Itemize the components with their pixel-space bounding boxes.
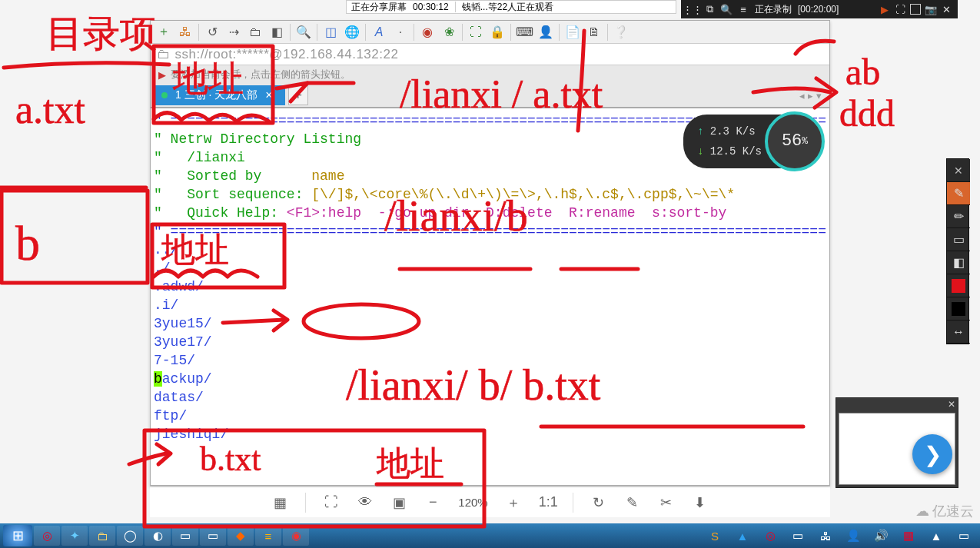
- taskbar-sublime[interactable]: ≡: [255, 526, 281, 546]
- fullscreen-icon[interactable]: ⛶: [323, 494, 340, 510]
- tray-icon-5[interactable]: 🖧: [812, 526, 839, 546]
- list-item[interactable]: 3yue15/: [154, 316, 212, 331]
- separator: [414, 24, 414, 41]
- bold-icon[interactable]: ·: [392, 24, 409, 41]
- newdoc-icon[interactable]: 📄: [564, 24, 581, 41]
- list-item[interactable]: backup/: [154, 371, 212, 387]
- taskbar-app-3[interactable]: ◐: [145, 526, 171, 546]
- start-button[interactable]: ⊞: [3, 525, 32, 546]
- list-item[interactable]: jieshiqi/: [154, 427, 228, 442]
- tab-prev-icon[interactable]: ◂: [799, 90, 805, 101]
- grip-icon[interactable]: ⋮⋮: [687, 4, 698, 15]
- help-label: " Quick Help:: [154, 205, 287, 221]
- camera-icon[interactable]: 📷: [925, 4, 936, 15]
- globe-icon[interactable]: 🌐: [344, 24, 360, 41]
- download-icon[interactable]: ⬇: [692, 494, 709, 511]
- svg-text:目录项: 目录项: [46, 13, 157, 54]
- search-icon[interactable]: 🔍: [721, 4, 732, 15]
- window-icon[interactable]: ⧉: [704, 4, 715, 15]
- search-icon[interactable]: 🔍: [295, 24, 312, 41]
- list-item[interactable]: ./: [154, 261, 171, 276]
- taskbar-app-1[interactable]: ◎: [34, 526, 60, 546]
- address-bar[interactable]: 🗀 ssh://root:******@192.168.44.132:22: [151, 44, 829, 65]
- zoom-out-icon[interactable]: −: [424, 494, 441, 510]
- share-time: 00:30:12: [413, 2, 449, 12]
- list-item[interactable]: 3yue17/: [154, 334, 212, 350]
- pen-tool-icon[interactable]: ✎: [947, 182, 970, 205]
- eraser-tool-icon[interactable]: ◧: [947, 251, 970, 274]
- net-speed-widget[interactable]: 2.3 K/s 12.5 K/s 56%: [683, 115, 822, 168]
- color-red[interactable]: [947, 274, 970, 297]
- node-icon[interactable]: ◧: [268, 24, 285, 41]
- folder-icon: 🗀: [157, 47, 171, 62]
- close-record-icon[interactable]: ✕: [941, 4, 952, 15]
- taskbar-app-2[interactable]: ✦: [61, 526, 88, 546]
- list-item[interactable]: ../: [154, 242, 178, 257]
- rect-tool-icon[interactable]: ▭: [947, 228, 970, 251]
- spiral-icon[interactable]: ◉: [419, 24, 436, 41]
- grid-icon[interactable]: ◫: [322, 24, 339, 41]
- highlighter-tool-icon[interactable]: ✏: [947, 205, 970, 228]
- tab-close-icon[interactable]: ×: [265, 88, 272, 102]
- color-black[interactable]: [947, 297, 970, 320]
- maximize-icon[interactable]: ⛶: [895, 4, 905, 15]
- taskbar-app-5[interactable]: ▭: [200, 526, 226, 546]
- menu-icon[interactable]: ≡: [738, 4, 749, 15]
- tray-icon-10[interactable]: ▭: [951, 526, 977, 546]
- tray-icon-1[interactable]: S: [702, 526, 728, 546]
- list-item[interactable]: datas/: [154, 390, 204, 405]
- actual-size-icon[interactable]: 1:1: [539, 494, 556, 510]
- flow-icon[interactable]: ⇢: [225, 24, 242, 41]
- edit-icon[interactable]: ✎: [624, 494, 641, 511]
- new-tab-button[interactable]: +: [288, 85, 308, 105]
- svg-rect-7: [2, 191, 148, 283]
- terminal-window: ＋ 🖧 ↺ ⇢ 🗀 ◧ 🔍 ◫ 🌐 A · ◉ ❀ ⛶ 🔒 ⌨ 👤 📄 🗎 ❔ …: [150, 20, 830, 486]
- link-icon[interactable]: 🖧: [177, 24, 194, 41]
- tray-icon-6[interactable]: 👤: [840, 526, 866, 546]
- new-icon[interactable]: ＋: [155, 24, 172, 41]
- copydoc-icon[interactable]: 🗎: [586, 24, 603, 41]
- person-icon[interactable]: 👤: [537, 24, 554, 41]
- taskbar-explorer[interactable]: 🗀: [89, 526, 115, 546]
- taskbar-app-7[interactable]: ◉: [283, 526, 309, 546]
- tab-next-icon[interactable]: ▸: [808, 90, 813, 101]
- lock-icon[interactable]: 🔒: [489, 24, 506, 41]
- refresh-icon[interactable]: ↺: [204, 24, 221, 41]
- list-item[interactable]: .i/: [154, 297, 178, 313]
- tab-active[interactable]: 1 三创 · 天龙八部 ×: [154, 85, 285, 105]
- expand-icon[interactable]: ⛶: [467, 24, 484, 41]
- font-icon[interactable]: A: [370, 24, 387, 41]
- tray-icon-7[interactable]: 🔊: [868, 526, 894, 546]
- list-item[interactable]: 7-15/: [154, 353, 195, 368]
- share-viewers: 钱韬...等22人正在观看: [462, 1, 553, 14]
- fit-icon[interactable]: ▣: [390, 494, 407, 511]
- grid-view-icon[interactable]: ▦: [271, 494, 288, 511]
- arrows-icon[interactable]: ↔: [947, 320, 970, 344]
- record-start-icon[interactable]: ▶: [879, 4, 890, 15]
- tray-icon-4[interactable]: ▭: [785, 526, 811, 546]
- palette-close-icon[interactable]: ✕: [947, 159, 970, 182]
- rotate-icon[interactable]: ↻: [590, 494, 607, 511]
- zoom-in-icon[interactable]: ＋: [505, 493, 522, 512]
- help-icon[interactable]: ❔: [613, 24, 630, 41]
- xunlei-icon[interactable]: ❯: [912, 434, 952, 474]
- taskbar-app-4[interactable]: ▭: [172, 526, 198, 546]
- ocr-icon[interactable]: 👁: [357, 494, 374, 510]
- folder-icon[interactable]: 🗀: [247, 24, 264, 41]
- thumb-close-icon[interactable]: ✕: [948, 399, 955, 410]
- terminal-content[interactable]: 2.3 K/s 12.5 K/s 56% " =================…: [151, 107, 829, 485]
- image-toolbar: ▦ ⛶ 👁 ▣ − 120% ＋ 1:1 ↻ ✎ ✂ ⬇: [150, 487, 830, 517]
- crop-icon[interactable]: ✂: [658, 494, 675, 511]
- list-item[interactable]: .adwd/: [154, 279, 204, 294]
- leaf-icon[interactable]: ❀: [440, 24, 457, 41]
- list-item[interactable]: ftp/: [154, 408, 187, 423]
- taskbar-chrome[interactable]: ◯: [117, 526, 143, 546]
- screenshot-icon[interactable]: [910, 4, 921, 15]
- keyboard-icon[interactable]: ⌨: [516, 24, 533, 41]
- tray-icon-3[interactable]: ◎: [757, 526, 783, 546]
- tab-menu-icon[interactable]: ▾: [816, 90, 822, 101]
- tray-icon-8[interactable]: ▦: [895, 526, 922, 546]
- tray-icon-2[interactable]: ▲: [729, 526, 756, 546]
- tray-icon-9[interactable]: ▲: [923, 526, 949, 546]
- taskbar-app-6[interactable]: ◆: [228, 526, 254, 546]
